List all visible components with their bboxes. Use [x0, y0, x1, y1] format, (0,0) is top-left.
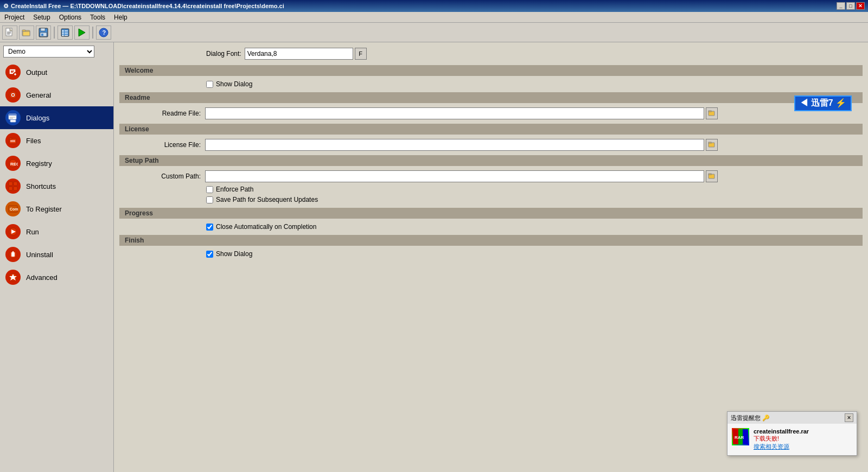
svg-rect-41 — [9, 182, 12, 186]
welcome-show-dialog-row: Show Dialog — [119, 80, 863, 88]
finish-section: Finish Show Dialog — [119, 235, 863, 258]
help-button[interactable]: ? — [96, 25, 111, 40]
notification-close-btn[interactable]: × — [845, 413, 853, 422]
readme-label: Readme — [125, 94, 150, 101]
registry-icon: REG — [5, 156, 21, 171]
dialog-font-label: Dialog Font: — [206, 50, 241, 58]
license-browse-btn[interactable] — [706, 139, 718, 151]
menu-tools[interactable]: Tools — [88, 13, 107, 22]
maximize-button[interactable]: □ — [846, 2, 855, 10]
sidebar-item-general[interactable]: General — [0, 84, 113, 106]
close-auto-label: Close Automatically on Completion — [216, 223, 316, 231]
new-button[interactable] — [2, 25, 17, 40]
help-icon: ? — [99, 28, 108, 37]
enforce-path-row: Enforce Path — [119, 186, 863, 193]
titlebar: ⚙ CreateInstall Free — E:\TDDOWNLOAD\cre… — [0, 0, 868, 12]
sidebar-item-toregister[interactable]: Com Font To Register — [0, 197, 113, 220]
minimize-button[interactable]: _ — [837, 2, 845, 10]
dialog-font-row: Dialog Font: F — [119, 48, 863, 60]
svg-text:RAR: RAR — [735, 435, 744, 440]
titlebar-controls: _ □ ✕ — [837, 2, 865, 10]
welcome-header: Welcome — [119, 65, 863, 76]
menu-setup[interactable]: Setup — [31, 13, 52, 22]
open-button[interactable] — [19, 25, 34, 40]
sidebar-item-dialogs[interactable]: Dialogs — [0, 106, 113, 129]
svg-rect-36 — [9, 138, 12, 139]
content-area: ◀ 迅雷7 ⚡ Dialog Font: F Welcome Show Dial… — [114, 42, 868, 472]
menu-help[interactable]: Help — [112, 13, 130, 22]
sidebar-item-files[interactable]: Files — [0, 129, 113, 152]
custom-path-input[interactable] — [205, 170, 704, 182]
sidebar-item-output[interactable]: Output — [0, 61, 113, 84]
run-button[interactable] — [74, 25, 90, 40]
sidebar: Demo Output General Dialogs — [0, 42, 114, 472]
notification-body: RAR createinstallfree.rar 下载失败! 搜索相关资源 — [727, 424, 857, 455]
dialog-font-input[interactable] — [245, 48, 353, 60]
finish-show-dialog-row: Show Dialog — [119, 250, 863, 258]
close-auto-row: Close Automatically on Completion — [119, 223, 863, 231]
svg-rect-8 — [41, 28, 45, 31]
setup-path-label: Setup Path — [125, 157, 159, 164]
properties-button[interactable] — [58, 25, 73, 40]
window-title: CreateInstall Free — E:\TDDOWNLOAD\creat… — [11, 3, 284, 9]
notification-popup: 迅雷提醒您 🔑 × RAR createinstallfree.rar 下载失败… — [727, 411, 857, 456]
run-sidebar-icon — [5, 224, 21, 239]
svg-rect-10 — [41, 34, 43, 36]
menu-project[interactable]: Project — [2, 13, 27, 22]
close-button[interactable]: ✕ — [856, 2, 865, 10]
rar-icon: RAR — [733, 429, 748, 444]
readme-file-label: Readme File: — [130, 110, 201, 117]
readme-browse-btn[interactable] — [706, 107, 718, 119]
svg-rect-31 — [9, 114, 16, 116]
sidebar-item-registry[interactable]: REG Registry — [0, 152, 113, 175]
svg-rect-57 — [709, 142, 711, 143]
readme-section: Readme Readme File: — [119, 92, 863, 119]
svg-rect-6 — [23, 31, 30, 36]
progress-header: Progress — [119, 208, 863, 219]
svg-point-29 — [12, 94, 14, 96]
files-icon — [5, 133, 21, 148]
advanced-label: Advanced — [26, 273, 58, 282]
progress-label: Progress — [125, 209, 153, 217]
close-auto-checkbox[interactable] — [206, 224, 213, 231]
uninstall-label: Uninstall — [26, 251, 53, 259]
dialogs-icon — [5, 110, 21, 125]
finish-label: Finish — [125, 237, 144, 244]
sidebar-item-shortcuts[interactable]: Shortcuts — [0, 175, 113, 197]
notification-status: 下载失败! — [754, 435, 809, 443]
project-dropdown: Demo — [3, 46, 110, 58]
output-icon — [5, 65, 21, 80]
menu-options[interactable]: Options — [57, 13, 84, 22]
svg-point-12 — [62, 30, 64, 31]
notification-link[interactable]: 搜索相关资源 — [754, 443, 809, 451]
welcome-show-dialog-checkbox[interactable] — [206, 81, 213, 88]
advanced-icon — [5, 270, 21, 285]
progress-section: Progress Close Automatically on Completi… — [119, 208, 863, 231]
readme-file-row: Readme File: — [119, 107, 863, 119]
notification-text: createinstallfree.rar 下载失败! 搜索相关资源 — [754, 428, 809, 451]
sidebar-item-advanced[interactable]: Advanced — [0, 266, 113, 289]
custom-path-browse-btn[interactable] — [706, 170, 718, 182]
run-icon — [77, 28, 87, 37]
open-icon — [22, 28, 31, 37]
save-button[interactable] — [36, 25, 51, 40]
readme-header: Readme — [119, 92, 863, 103]
project-select[interactable]: Demo — [3, 46, 94, 58]
license-section: License License File: — [119, 124, 863, 151]
finish-show-dialog-checkbox[interactable] — [206, 251, 213, 258]
sidebar-item-run[interactable]: Run — [0, 220, 113, 243]
svg-rect-59 — [709, 174, 711, 175]
svg-rect-55 — [709, 111, 711, 112]
welcome-show-dialog-label: Show Dialog — [216, 80, 252, 88]
readme-file-input[interactable] — [205, 107, 704, 119]
save-path-checkbox[interactable] — [206, 196, 213, 203]
titlebar-left: ⚙ CreateInstall Free — E:\TDDOWNLOAD\cre… — [3, 3, 284, 10]
enforce-path-checkbox[interactable] — [206, 186, 213, 193]
license-file-input[interactable] — [205, 139, 704, 151]
content-wrapper: ◀ 迅雷7 ⚡ Dialog Font: F Welcome Show Dial… — [119, 48, 863, 258]
svg-text:REG: REG — [10, 162, 18, 167]
dialog-font-browse-btn[interactable]: F — [355, 48, 367, 60]
sidebar-item-uninstall[interactable]: Uninstall — [0, 243, 113, 266]
license-file-label: License File: — [130, 141, 201, 149]
properties-icon — [60, 28, 70, 37]
